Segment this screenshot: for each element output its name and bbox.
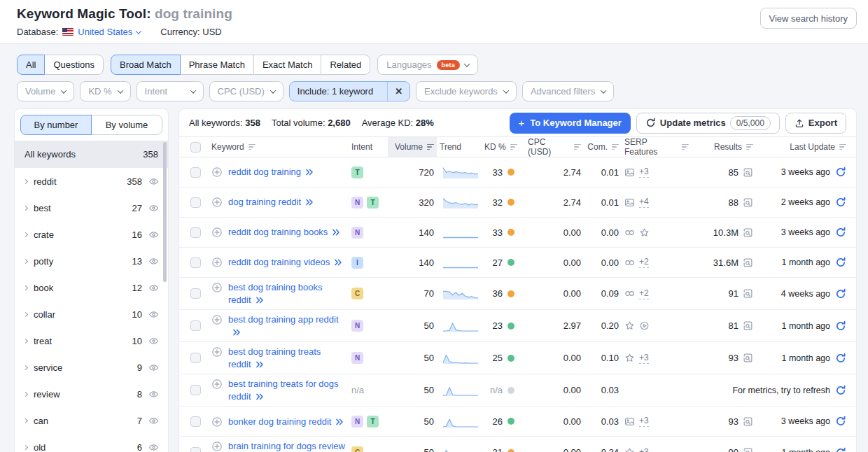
- star-serp-icon[interactable]: [624, 320, 635, 331]
- sidebar-scrollbar[interactable]: [163, 142, 167, 282]
- tab-broad-match[interactable]: Broad Match: [111, 55, 181, 75]
- keyword-link[interactable]: best training treats for dogs reddit: [228, 379, 339, 402]
- keyword-link[interactable]: dog training reddit: [228, 197, 301, 207]
- col-header-com[interactable]: Com.: [584, 137, 622, 157]
- view-search-history-button[interactable]: View search history: [760, 8, 857, 29]
- tab-related[interactable]: Related: [321, 55, 370, 75]
- sidebar-group-potty[interactable]: potty13: [15, 248, 168, 274]
- add-keyword-icon[interactable]: [211, 197, 223, 208]
- eye-icon[interactable]: [148, 442, 159, 452]
- expand-keyword-icon[interactable]: [335, 418, 344, 425]
- col-header-cpc-usd[interactable]: CPC (USD): [525, 137, 584, 157]
- row-checkbox[interactable]: [190, 416, 201, 427]
- sidebar-group-crate[interactable]: crate16: [15, 221, 168, 248]
- tab-exact-match[interactable]: Exact Match: [253, 55, 322, 75]
- serp-more-link[interactable]: +3: [639, 353, 649, 364]
- keyword-link[interactable]: reddit dog training books: [228, 227, 328, 237]
- tab-phrase-match[interactable]: Phrase Match: [180, 55, 254, 75]
- serp-more-link[interactable]: +2: [639, 257, 649, 268]
- col-header-volume[interactable]: Volume: [388, 137, 437, 157]
- add-keyword-icon[interactable]: [211, 346, 223, 358]
- keyword-link[interactable]: bonker dog training reddit: [228, 416, 331, 427]
- eye-icon[interactable]: [148, 309, 159, 320]
- serp-more-link[interactable]: +2: [639, 288, 649, 299]
- refresh-metrics-icon[interactable]: [835, 416, 846, 427]
- to-keyword-manager-button[interactable]: + To Keyword Manager: [510, 113, 631, 134]
- serp-more-link[interactable]: +3: [639, 167, 649, 178]
- col-header-results[interactable]: Results: [692, 137, 756, 157]
- add-keyword-icon[interactable]: [211, 282, 223, 293]
- link-serp-icon[interactable]: [624, 257, 635, 268]
- row-checkbox[interactable]: [190, 447, 201, 452]
- row-checkbox[interactable]: [190, 227, 201, 238]
- star-serp-icon[interactable]: [639, 227, 650, 238]
- row-checkbox[interactable]: [190, 197, 201, 208]
- col-header-last-update[interactable]: Last Update: [756, 137, 849, 157]
- tab-languages[interactable]: Languages beta: [377, 55, 478, 75]
- serp-results-icon[interactable]: [743, 288, 753, 299]
- image-serp-icon[interactable]: [624, 416, 635, 427]
- expand-keyword-icon[interactable]: [255, 393, 264, 400]
- expand-keyword-icon[interactable]: [305, 199, 314, 206]
- add-keyword-icon[interactable]: [211, 314, 223, 325]
- serp-results-icon[interactable]: [743, 257, 753, 268]
- eye-icon[interactable]: [148, 229, 159, 240]
- sidebar-group-reddit[interactable]: reddit358: [15, 168, 168, 195]
- refresh-metrics-icon[interactable]: [835, 227, 846, 238]
- exclude-keywords-filter[interactable]: Exclude keywords: [416, 81, 517, 101]
- sidebar-group-collar[interactable]: collar10: [15, 301, 168, 327]
- sidebar-group-old[interactable]: old6: [15, 434, 168, 452]
- refresh-metrics-icon[interactable]: [835, 353, 846, 364]
- eye-icon[interactable]: [148, 389, 159, 400]
- refresh-metrics-icon[interactable]: [835, 197, 846, 208]
- eye-icon[interactable]: [148, 362, 159, 373]
- sidebar-group-review[interactable]: review8: [15, 381, 168, 407]
- sidebar-group-treat[interactable]: treat10: [15, 327, 168, 354]
- serp-more-link[interactable]: +3: [639, 416, 649, 427]
- row-checkbox[interactable]: [190, 353, 201, 363]
- eye-icon[interactable]: [148, 203, 159, 213]
- eye-icon[interactable]: [148, 416, 159, 426]
- col-header-kd[interactable]: KD %: [482, 137, 525, 157]
- refresh-metrics-icon[interactable]: [835, 320, 846, 332]
- serp-results-icon[interactable]: [743, 447, 753, 452]
- remove-include-filter-icon[interactable]: ✕: [387, 82, 410, 101]
- serp-results-icon[interactable]: [743, 320, 753, 331]
- eye-icon[interactable]: [148, 336, 159, 346]
- serp-results-icon[interactable]: [743, 416, 753, 427]
- expand-keyword-icon[interactable]: [255, 361, 264, 368]
- sidebar-group-can[interactable]: can7: [15, 407, 168, 434]
- keyword-link[interactable]: best dog training treats reddit: [228, 346, 321, 369]
- cpc-filter[interactable]: CPC (USD): [209, 81, 284, 101]
- link-serp-icon[interactable]: [624, 227, 635, 238]
- database-selector[interactable]: United States: [78, 27, 141, 37]
- add-keyword-icon[interactable]: [211, 379, 223, 390]
- play-serp-icon[interactable]: [639, 320, 650, 331]
- serp-results-icon[interactable]: [743, 353, 753, 363]
- kd-filter[interactable]: KD %: [80, 81, 130, 101]
- sidebar-group-book[interactable]: book12: [15, 274, 168, 301]
- add-keyword-icon[interactable]: [211, 416, 223, 428]
- tab-all[interactable]: All: [17, 55, 45, 75]
- serp-more-link[interactable]: +3: [639, 447, 649, 452]
- update-metrics-button[interactable]: Update metrics 0/5,000: [636, 113, 780, 134]
- row-checkbox[interactable]: [190, 167, 201, 178]
- row-checkbox[interactable]: [190, 257, 201, 268]
- select-all-checkbox[interactable]: [190, 142, 201, 153]
- image-serp-icon[interactable]: [624, 167, 635, 178]
- tab-questions[interactable]: Questions: [44, 55, 104, 75]
- keyword-link[interactable]: best dog training app reddit: [228, 314, 339, 325]
- export-button[interactable]: Export: [785, 113, 846, 134]
- all-keywords-row[interactable]: All keywords 358: [15, 141, 168, 168]
- eye-icon[interactable]: [148, 256, 159, 267]
- add-keyword-icon[interactable]: [211, 167, 223, 178]
- col-header-serp-features[interactable]: SERP Features: [622, 137, 692, 157]
- add-keyword-icon[interactable]: [211, 227, 223, 238]
- add-keyword-icon[interactable]: [211, 257, 223, 268]
- include-keyword-chip[interactable]: Include: 1 keyword ✕: [289, 81, 410, 101]
- by-number-button[interactable]: By number: [20, 115, 92, 135]
- expand-keyword-icon[interactable]: [332, 229, 340, 236]
- serp-results-icon[interactable]: [743, 167, 753, 178]
- image-serp-icon[interactable]: [624, 197, 635, 208]
- refresh-metrics-icon[interactable]: [835, 257, 846, 268]
